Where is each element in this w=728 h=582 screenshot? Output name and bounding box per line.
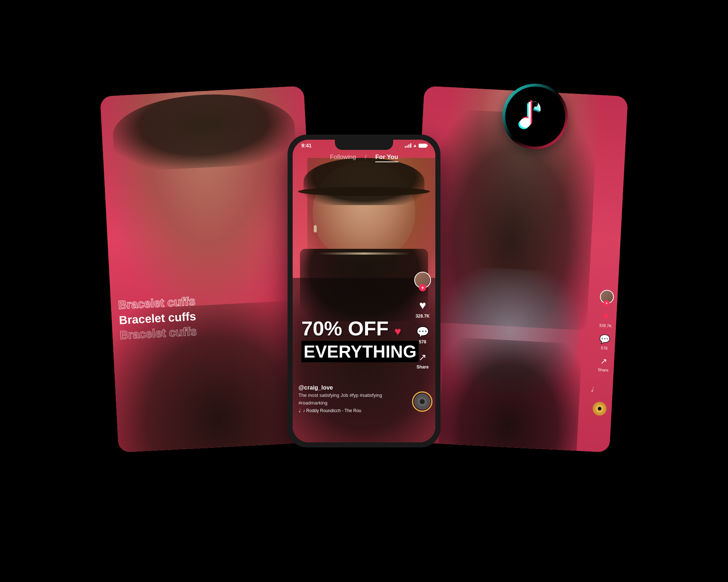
like-button[interactable]: ♥ 328.7K bbox=[416, 299, 430, 319]
phone-notch bbox=[335, 140, 393, 150]
tiktok-note-svg bbox=[517, 96, 553, 136]
scene: Bracelet cuffs Bracelet cuffs Bracelet c… bbox=[109, 55, 619, 527]
signal-icon bbox=[405, 143, 411, 148]
wifi-icon: ▲ bbox=[413, 143, 417, 148]
tab-following[interactable]: Following bbox=[330, 154, 356, 162]
side-actions: + ♥ 328.7K 💬 578 ↗ Share bbox=[414, 272, 431, 370]
share-button[interactable]: ↗ Share bbox=[416, 352, 428, 370]
right-card-like[interactable]: ♥ 328.7K bbox=[599, 310, 612, 328]
tab-for-you[interactable]: For You bbox=[375, 154, 398, 162]
promo-sub-text: EVERYTHING bbox=[301, 341, 419, 362]
comment-button[interactable]: 💬 578 bbox=[416, 326, 429, 344]
follow-plus-button[interactable]: + bbox=[419, 284, 426, 291]
right-card-share[interactable]: ↗ Share bbox=[598, 356, 609, 372]
promo-main-text: 70% OFF ♥ bbox=[301, 318, 406, 339]
status-time: 9:41 bbox=[301, 143, 312, 148]
promo-overlay: 70% OFF ♥ EVERYTHING bbox=[301, 318, 406, 362]
nav-tabs: Following / For You bbox=[293, 154, 435, 162]
right-card-follow-plus[interactable]: + bbox=[604, 300, 610, 306]
status-icons: ▲ bbox=[405, 143, 427, 148]
video-caption-2: #roadmarking bbox=[298, 400, 406, 406]
right-card-comment[interactable]: 💬 578 bbox=[599, 334, 610, 351]
music-note-icon: ♩ bbox=[298, 408, 301, 413]
right-card-music-note: ♩ bbox=[590, 385, 594, 393]
phone-frame: 9:41 ▲ Following / For You bbox=[288, 135, 440, 447]
right-card-avatar[interactable]: + bbox=[600, 290, 614, 304]
video-caption: The most satisfying Job #fyp #satisfying bbox=[298, 392, 406, 398]
music-disc bbox=[414, 394, 430, 410]
battery-icon bbox=[419, 144, 427, 148]
music-info: ♩ ♪ Roddy Roundicch - The Rou bbox=[298, 408, 406, 413]
phone-screen: 9:41 ▲ Following / For You bbox=[293, 140, 435, 442]
creator-name[interactable]: @craig_love bbox=[298, 384, 406, 391]
video-info: @craig_love The most satisfying Job #fyp… bbox=[298, 384, 406, 413]
creator-avatar[interactable]: + bbox=[414, 272, 431, 288]
tiktok-logo bbox=[502, 84, 568, 149]
